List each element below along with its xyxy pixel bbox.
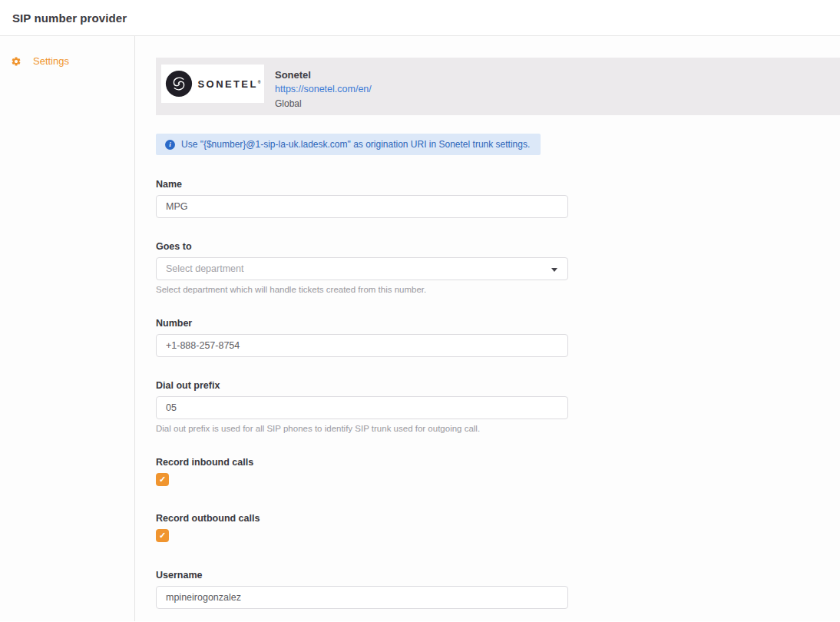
record-inbound-field: Record inbound calls (156, 457, 840, 486)
sonetel-wordmark: SONETEL® (198, 78, 261, 90)
number-label: Number (156, 318, 840, 329)
info-icon: i (165, 140, 175, 150)
goes-to-field: Goes to Select department Select departm… (156, 241, 840, 295)
goes-to-helper: Select department which will handle tick… (156, 284, 840, 295)
name-field: Name (156, 179, 840, 218)
dial-out-prefix-field: Dial out prefix Dial out prefix is used … (156, 380, 840, 434)
number-input[interactable] (156, 334, 568, 357)
record-outbound-checkbox[interactable] (156, 529, 169, 542)
sonetel-logo: SONETEL® (161, 65, 264, 103)
chevron-down-icon (551, 268, 557, 272)
registered-mark: ® (258, 79, 261, 84)
page-title: SIP number provider (12, 12, 127, 25)
dial-out-prefix-input[interactable] (156, 396, 568, 419)
sonetel-swirl-icon (165, 70, 193, 98)
info-banner-text: Use "{$number}@1-sip-la-uk.ladesk.com" a… (181, 139, 530, 150)
goes-to-placeholder: Select department (166, 263, 243, 274)
sidebar-item-label: Settings (33, 55, 69, 67)
info-banner: i Use "{$number}@1-sip-la-uk.ladesk.com"… (156, 134, 541, 155)
record-outbound-label: Record outbound calls (156, 513, 840, 524)
provider-card: SONETEL® Sonetel https://sonetel.com/en/… (156, 58, 840, 115)
provider-info: Sonetel https://sonetel.com/en/ Global (275, 68, 372, 111)
sidebar-item-settings[interactable]: Settings (0, 55, 134, 67)
record-inbound-checkbox[interactable] (156, 473, 169, 486)
provider-name: Sonetel (275, 68, 372, 81)
number-field: Number (156, 318, 840, 357)
dial-out-prefix-helper: Dial out prefix is used for all SIP phon… (156, 423, 840, 434)
name-label: Name (156, 179, 840, 190)
sidebar: Settings (0, 36, 135, 621)
provider-url-link[interactable]: https://sonetel.com/en/ (275, 82, 372, 97)
dial-out-prefix-label: Dial out prefix (156, 380, 840, 392)
username-input[interactable] (156, 586, 568, 609)
provider-region: Global (275, 97, 372, 111)
username-label: Username (156, 570, 840, 581)
username-field: Username (156, 570, 840, 609)
gear-icon (11, 56, 21, 67)
record-outbound-field: Record outbound calls (156, 513, 840, 542)
record-inbound-label: Record inbound calls (156, 457, 840, 468)
goes-to-select[interactable]: Select department (156, 257, 568, 280)
goes-to-label: Goes to (156, 241, 840, 253)
page-header: SIP number provider (0, 0, 840, 36)
main-content: SONETEL® Sonetel https://sonetel.com/en/… (135, 36, 840, 621)
name-input[interactable] (156, 195, 568, 218)
